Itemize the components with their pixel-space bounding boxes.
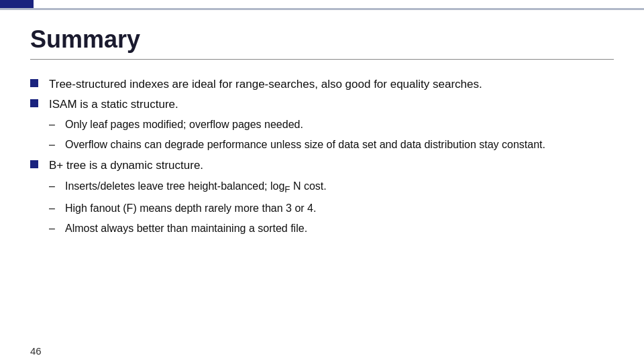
main-bullet-list: Tree-structured indexes are ideal for ra… [30,76,614,237]
sub-list-3: – Inserts/deletes leave tree height-bala… [49,178,614,237]
list-item: – Only leaf pages modified; overflow pag… [49,117,614,133]
bullet-2-text: ISAM is a static structure. [49,96,178,113]
list-item: – Overflow chains can degrade performanc… [49,137,614,153]
dash-icon: – [49,178,60,194]
sub-2-2-text: Overflow chains can degrade performance … [65,137,614,153]
sub-3-3-text: Almost always better than maintaining a … [65,221,614,237]
sub-3-1-text: Inserts/deletes leave tree height-balanc… [65,178,614,196]
main-content: Summary Tree-structured indexes are idea… [30,13,614,342]
list-item: B+ tree is a dynamic structure. – Insert… [30,157,614,237]
list-item: ISAM is a static structure. – Only leaf … [30,96,614,154]
divider-line-top [0,8,644,10]
list-item: Tree-structured indexes are ideal for ra… [30,76,614,93]
title-divider [30,59,614,60]
list-item: – High fanout (F) means depth rarely mor… [49,200,614,217]
sub-3-2-text: High fanout (F) means depth rarely more … [65,200,614,217]
page-title: Summary [30,25,614,54]
dash-icon: – [49,117,60,133]
page-number: 46 [30,345,42,357]
sub-2-1-text: Only leaf pages modified; overflow pages… [65,117,614,133]
dash-icon: – [49,221,60,237]
bullet-square-icon [30,99,38,107]
sub-list-2: – Only leaf pages modified; overflow pag… [49,117,614,153]
list-item: – Almost always better than maintaining … [49,221,614,237]
list-item: – Inserts/deletes leave tree height-bala… [49,178,614,196]
top-accent-bar [0,0,34,8]
bullet-3-text: B+ tree is a dynamic structure. [49,157,203,174]
bullet-1-text: Tree-structured indexes are ideal for ra… [49,76,482,93]
dash-icon: – [49,137,60,153]
bullet-square-icon [30,160,38,168]
bullet-square-icon [30,79,38,87]
dash-icon: – [49,200,60,217]
